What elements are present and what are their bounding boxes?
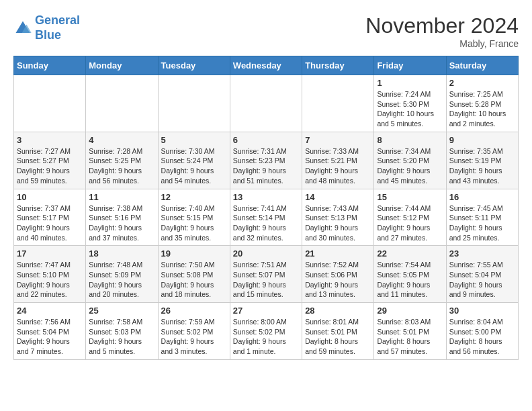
- day-info: Sunrise: 7:43 AM Sunset: 5:13 PM Dayligh…: [305, 203, 371, 243]
- day-info: Sunrise: 7:48 AM Sunset: 5:09 PM Dayligh…: [89, 260, 154, 300]
- day-number: 9: [449, 135, 515, 145]
- day-cell: 13Sunrise: 7:41 AM Sunset: 5:14 PM Dayli…: [230, 189, 302, 246]
- day-info: Sunrise: 7:34 AM Sunset: 5:20 PM Dayligh…: [377, 146, 443, 186]
- day-cell: 5Sunrise: 7:30 AM Sunset: 5:24 PM Daylig…: [158, 132, 230, 189]
- day-info: Sunrise: 8:04 AM Sunset: 5:00 PM Dayligh…: [449, 317, 515, 357]
- day-cell: 12Sunrise: 7:40 AM Sunset: 5:15 PM Dayli…: [158, 189, 230, 246]
- day-number: 26: [161, 306, 227, 316]
- day-cell: [86, 75, 158, 132]
- title-area: November 2024 Mably, France: [365, 13, 519, 49]
- day-info: Sunrise: 7:33 AM Sunset: 5:21 PM Dayligh…: [305, 146, 371, 186]
- day-cell: 20Sunrise: 7:51 AM Sunset: 5:07 PM Dayli…: [230, 246, 302, 303]
- weekday-header-sunday: Sunday: [14, 56, 86, 75]
- day-cell: 8Sunrise: 7:34 AM Sunset: 5:20 PM Daylig…: [374, 132, 446, 189]
- month-title: November 2024: [365, 13, 519, 38]
- day-cell: 28Sunrise: 8:01 AM Sunset: 5:01 PM Dayli…: [302, 303, 374, 360]
- day-cell: 2Sunrise: 7:25 AM Sunset: 5:28 PM Daylig…: [446, 75, 518, 132]
- day-number: 1: [377, 78, 443, 88]
- day-info: Sunrise: 7:24 AM Sunset: 5:30 PM Dayligh…: [377, 89, 443, 129]
- logo-icon: [13, 19, 32, 38]
- day-number: 28: [305, 306, 371, 316]
- day-info: Sunrise: 7:51 AM Sunset: 5:07 PM Dayligh…: [233, 260, 299, 300]
- logo-line2: Blue: [35, 28, 61, 42]
- day-cell: 3Sunrise: 7:27 AM Sunset: 5:27 PM Daylig…: [14, 132, 86, 189]
- day-number: 13: [233, 192, 299, 202]
- day-number: 4: [89, 135, 154, 145]
- day-cell: [230, 75, 302, 132]
- day-cell: 4Sunrise: 7:28 AM Sunset: 5:25 PM Daylig…: [86, 132, 158, 189]
- calendar-table: SundayMondayTuesdayWednesdayThursdayFrid…: [13, 56, 519, 360]
- day-info: Sunrise: 7:44 AM Sunset: 5:12 PM Dayligh…: [377, 203, 443, 243]
- location: Mably, France: [365, 38, 519, 49]
- week-row-1: 1Sunrise: 7:24 AM Sunset: 5:30 PM Daylig…: [14, 75, 519, 132]
- day-info: Sunrise: 7:52 AM Sunset: 5:06 PM Dayligh…: [305, 260, 371, 300]
- day-number: 16: [449, 192, 515, 202]
- day-cell: [158, 75, 230, 132]
- week-row-3: 10Sunrise: 7:37 AM Sunset: 5:17 PM Dayli…: [14, 189, 519, 246]
- header: General Blue November 2024 Mably, France: [13, 13, 519, 49]
- day-number: 18: [89, 248, 154, 259]
- day-cell: [302, 75, 374, 132]
- day-info: Sunrise: 7:45 AM Sunset: 5:11 PM Dayligh…: [449, 203, 515, 243]
- day-number: 6: [233, 135, 299, 145]
- day-number: 29: [377, 306, 443, 316]
- week-row-2: 3Sunrise: 7:27 AM Sunset: 5:27 PM Daylig…: [14, 132, 519, 189]
- weekday-header-monday: Monday: [86, 56, 158, 75]
- day-cell: 27Sunrise: 8:00 AM Sunset: 5:02 PM Dayli…: [230, 303, 302, 360]
- day-info: Sunrise: 7:59 AM Sunset: 5:02 PM Dayligh…: [161, 317, 227, 357]
- day-info: Sunrise: 7:27 AM Sunset: 5:27 PM Dayligh…: [17, 146, 83, 186]
- day-info: Sunrise: 7:38 AM Sunset: 5:16 PM Dayligh…: [89, 203, 154, 243]
- day-cell: 29Sunrise: 8:03 AM Sunset: 5:01 PM Dayli…: [374, 303, 446, 360]
- day-cell: 7Sunrise: 7:33 AM Sunset: 5:21 PM Daylig…: [302, 132, 374, 189]
- day-info: Sunrise: 7:50 AM Sunset: 5:08 PM Dayligh…: [161, 260, 227, 300]
- day-cell: 14Sunrise: 7:43 AM Sunset: 5:13 PM Dayli…: [302, 189, 374, 246]
- day-info: Sunrise: 7:28 AM Sunset: 5:25 PM Dayligh…: [89, 146, 154, 186]
- day-number: 14: [305, 192, 371, 202]
- day-info: Sunrise: 7:54 AM Sunset: 5:05 PM Dayligh…: [377, 260, 443, 300]
- day-info: Sunrise: 7:30 AM Sunset: 5:24 PM Dayligh…: [161, 146, 227, 186]
- day-cell: 9Sunrise: 7:35 AM Sunset: 5:19 PM Daylig…: [446, 132, 518, 189]
- day-cell: 22Sunrise: 7:54 AM Sunset: 5:05 PM Dayli…: [374, 246, 446, 303]
- day-cell: 21Sunrise: 7:52 AM Sunset: 5:06 PM Dayli…: [302, 246, 374, 303]
- day-info: Sunrise: 8:01 AM Sunset: 5:01 PM Dayligh…: [305, 317, 371, 357]
- day-number: 24: [17, 306, 83, 316]
- day-info: Sunrise: 7:40 AM Sunset: 5:15 PM Dayligh…: [161, 203, 227, 243]
- logo-text: General Blue: [35, 13, 80, 42]
- day-cell: 30Sunrise: 8:04 AM Sunset: 5:00 PM Dayli…: [446, 303, 518, 360]
- day-info: Sunrise: 8:00 AM Sunset: 5:02 PM Dayligh…: [233, 317, 299, 357]
- day-number: 21: [305, 248, 371, 259]
- day-info: Sunrise: 7:35 AM Sunset: 5:19 PM Dayligh…: [449, 146, 515, 186]
- day-cell: 18Sunrise: 7:48 AM Sunset: 5:09 PM Dayli…: [86, 246, 158, 303]
- day-cell: 23Sunrise: 7:55 AM Sunset: 5:04 PM Dayli…: [446, 246, 518, 303]
- day-number: 27: [233, 306, 299, 316]
- day-cell: 24Sunrise: 7:56 AM Sunset: 5:04 PM Dayli…: [14, 303, 86, 360]
- day-number: 15: [377, 192, 443, 202]
- day-number: 2: [449, 78, 515, 88]
- day-cell: 17Sunrise: 7:47 AM Sunset: 5:10 PM Dayli…: [14, 246, 86, 303]
- day-info: Sunrise: 7:47 AM Sunset: 5:10 PM Dayligh…: [17, 260, 83, 300]
- day-number: 23: [449, 248, 515, 259]
- day-cell: 19Sunrise: 7:50 AM Sunset: 5:08 PM Dayli…: [158, 246, 230, 303]
- day-cell: 11Sunrise: 7:38 AM Sunset: 5:16 PM Dayli…: [86, 189, 158, 246]
- logo: General Blue: [13, 13, 80, 42]
- day-number: 25: [89, 306, 154, 316]
- day-cell: 10Sunrise: 7:37 AM Sunset: 5:17 PM Dayli…: [14, 189, 86, 246]
- day-info: Sunrise: 7:56 AM Sunset: 5:04 PM Dayligh…: [17, 317, 83, 357]
- day-cell: 6Sunrise: 7:31 AM Sunset: 5:23 PM Daylig…: [230, 132, 302, 189]
- day-number: 22: [377, 248, 443, 259]
- day-info: Sunrise: 7:41 AM Sunset: 5:14 PM Dayligh…: [233, 203, 299, 243]
- logo-line1: General: [35, 13, 80, 27]
- day-cell: 16Sunrise: 7:45 AM Sunset: 5:11 PM Dayli…: [446, 189, 518, 246]
- weekday-header-tuesday: Tuesday: [158, 56, 230, 75]
- day-number: 19: [161, 248, 227, 259]
- day-number: 17: [17, 248, 83, 259]
- day-number: 20: [233, 248, 299, 259]
- day-info: Sunrise: 7:25 AM Sunset: 5:28 PM Dayligh…: [449, 89, 515, 129]
- weekday-header-friday: Friday: [374, 56, 446, 75]
- day-number: 7: [305, 135, 371, 145]
- day-number: 11: [89, 192, 154, 202]
- day-info: Sunrise: 7:37 AM Sunset: 5:17 PM Dayligh…: [17, 203, 83, 243]
- week-row-4: 17Sunrise: 7:47 AM Sunset: 5:10 PM Dayli…: [14, 246, 519, 303]
- day-info: Sunrise: 8:03 AM Sunset: 5:01 PM Dayligh…: [377, 317, 443, 357]
- day-info: Sunrise: 7:55 AM Sunset: 5:04 PM Dayligh…: [449, 260, 515, 300]
